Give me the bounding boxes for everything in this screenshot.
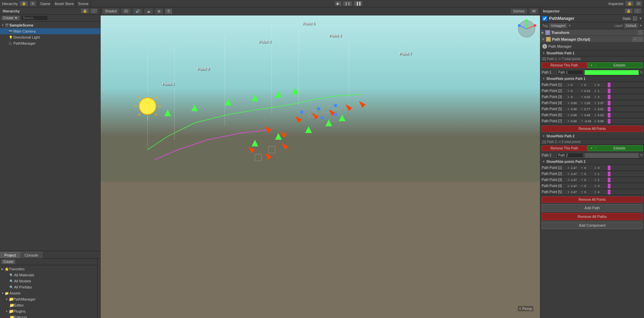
remove-all-points-path2-btn[interactable]: Remove All Points	[542, 196, 643, 203]
pause-btn[interactable]: ❙❙	[343, 1, 352, 6]
path1-point2-row: Path Point [2] X 0 Y 0.15 Z 1	[540, 88, 644, 94]
project-create-btn[interactable]: Create	[1, 259, 15, 264]
hierarchy-item-camera[interactable]: 📷 Main Camera	[0, 28, 100, 34]
editable-path1-btn[interactable]: Editable	[596, 62, 643, 68]
hierarchy-create-btn[interactable]: Create ▼	[1, 15, 20, 20]
plugins-asset-item[interactable]: 📁 Plugins	[99, 274, 100, 281]
scenes-asset-item[interactable]: 📁 Scenes	[99, 281, 100, 287]
layer-value[interactable]: Default	[624, 23, 638, 28]
static-checkbox[interactable]	[633, 16, 637, 20]
show-hide-points-path1-header[interactable]: ▼ Show/Hide points Path 1	[540, 76, 644, 82]
project-tab[interactable]: Project	[0, 252, 20, 258]
path2-point5-color	[608, 190, 610, 194]
remove-path2-btn[interactable]: Remove This Path	[542, 145, 587, 151]
show-hide-points-path2-header[interactable]: ▼ Show/Hide points Path 2	[540, 159, 644, 165]
hierarchy-item-scene[interactable]: ▼ 🎬 SampleScene	[0, 22, 100, 28]
transform-arrow-icon: ▶	[542, 31, 544, 34]
scene-background	[101, 15, 540, 136]
pathmanager-asset-item[interactable]: 📁 PathManager	[99, 267, 100, 274]
static-label: Static	[623, 17, 631, 20]
tag-arrow-icon: ▼	[569, 24, 571, 27]
hierarchy-search-input[interactable]	[21, 15, 48, 20]
object-active-checkbox[interactable]	[542, 16, 547, 21]
path2-name-input[interactable]	[556, 153, 583, 158]
pathmanager-tree-item[interactable]: ▼ 📁 PathManager	[0, 296, 97, 302]
remove-all-paths-btn[interactable]: Remove All Paths	[542, 213, 643, 220]
2d-btn[interactable]: 2D	[121, 9, 130, 14]
hierarchy-toolbar: Create ▼	[0, 15, 100, 21]
all-prefabs-item[interactable]: 🔍 All Prefabs	[0, 284, 97, 290]
path1-name-label: Path 1	[542, 71, 555, 74]
favorites-arrow-icon: ▶	[1, 268, 5, 271]
audio-btn[interactable]: 🔊	[133, 9, 142, 14]
scene-label: Scene	[78, 2, 89, 6]
all-materials-item[interactable]: 🔍 All Materials	[0, 272, 97, 278]
add-point-path1-btn[interactable]: +	[588, 62, 596, 68]
edittools-icon: 📁	[9, 315, 14, 318]
shaded-btn[interactable]: Shaded	[103, 9, 119, 14]
add-path-btn[interactable]: Add Path	[542, 204, 643, 212]
path2-info: [1] Path 2 -> 5 total points	[540, 139, 644, 145]
path1-edit-icon[interactable]: ✎	[640, 71, 643, 74]
path1-point1-label: Path Point [1]	[542, 83, 567, 87]
console-tab[interactable]: Console	[20, 252, 42, 258]
scene-view[interactable]: Point 1 Point 2 Point 3 Point 5 Point 4 …	[101, 15, 540, 318]
pm-script-enable-btn[interactable]: ✓	[633, 37, 637, 42]
path2-color-bar[interactable]	[585, 153, 639, 158]
hierarchy-lock2-btn[interactable]: 🔒	[81, 8, 89, 13]
pm-script-header[interactable]: ▼ C Path Manager (Script) ✓ ⋮	[540, 36, 644, 43]
transform-header[interactable]: ▶ T Transform ⋮	[540, 29, 644, 36]
points-path1-title: Show/Hide points Path 1	[546, 77, 586, 81]
pm-folder-arrow-icon: ▼	[5, 298, 9, 301]
all-btn[interactable]: All	[530, 9, 538, 14]
show-hide-path1-header[interactable]: ▼ Show/Hide Path 1	[540, 50, 644, 56]
hierarchy-section: Hierarchy 🔒 ≡	[0, 0, 38, 7]
editable-path2-btn[interactable]: Editable	[596, 145, 643, 151]
svg-marker-13	[252, 140, 258, 146]
path1-color-bar[interactable]	[585, 70, 639, 75]
transform-btns: ⋮	[638, 30, 643, 35]
path2-edit-icon[interactable]: ✎	[640, 153, 643, 157]
inspector-lock-btn[interactable]: 🔒	[626, 1, 634, 6]
inspector-menu-btn[interactable]: ≡	[636, 1, 642, 6]
effects-btn[interactable]: ☁	[145, 9, 153, 14]
all-models-item[interactable]: 🔍 All Models	[0, 278, 97, 284]
add-point-path2-btn[interactable]: +	[588, 145, 596, 151]
plugins-tree-item[interactable]: ▼ 📁 Plugins	[0, 308, 97, 314]
hidden-btn[interactable]: ⊞	[155, 9, 163, 14]
play-btn[interactable]: ▶	[335, 1, 341, 6]
persp-label: < Persp	[518, 306, 533, 311]
inspector-lock3-btn[interactable]: 🔒	[625, 8, 633, 13]
hierarchy-item-light[interactable]: 💡 Directional Light	[0, 34, 100, 40]
points-path2-arrow-icon: ▼	[542, 160, 545, 163]
hierarchy-more-btn[interactable]: ⋮	[90, 8, 98, 13]
gizmos-btn[interactable]: Gizmos	[511, 9, 527, 14]
editor-tree-item[interactable]: 📁 Editor	[0, 302, 97, 308]
assets-root-item[interactable]: ▼ 📁 Assets	[0, 290, 97, 296]
edittools-tree-item[interactable]: 📁 Editools	[0, 314, 97, 318]
point3-label: Point 3	[259, 40, 271, 44]
svg-marker-27	[282, 143, 288, 150]
scene-arrow-icon: ▼	[1, 24, 5, 27]
hierarchy-lock-btn[interactable]: 🔒	[20, 1, 28, 6]
path2-point4-row: Path Point [4] X 2.47 Y 0 Z 3	[540, 183, 644, 189]
path1-point2-label: Path Point [2]	[542, 89, 567, 93]
pm-script-label: Path Manager (Script)	[552, 37, 631, 41]
path1-name-input[interactable]	[556, 70, 583, 75]
assets-label: Assets	[9, 291, 20, 295]
hierarchy-item-pathmanager[interactable]: ⬡ PathManager	[0, 40, 100, 46]
tag-value[interactable]: Untagged	[549, 23, 567, 28]
hierarchy-menu-btn[interactable]: ≡	[30, 1, 36, 6]
transform-menu-btn[interactable]: ⋮	[638, 30, 643, 35]
favorites-item[interactable]: ▶ ⭐ Favorites	[0, 266, 97, 272]
pm-script-menu-btn[interactable]: ⋮	[638, 37, 643, 42]
plugins-folder-label: Plugins	[13, 309, 25, 313]
show-hide-path2-header[interactable]: ▼ Show/Hide Path 2	[540, 133, 644, 139]
score-display: 0	[165, 9, 172, 14]
step-btn[interactable]: ▐▐	[354, 1, 362, 6]
remove-all-points-path1-btn[interactable]: Remove All Points	[542, 126, 643, 132]
inspector-more2-btn[interactable]: ⋮	[634, 8, 641, 13]
assets-folder-icon: 📁	[5, 291, 9, 295]
add-component-btn[interactable]: Add Component	[542, 222, 643, 229]
remove-path1-btn[interactable]: Remove This Path	[542, 62, 587, 68]
